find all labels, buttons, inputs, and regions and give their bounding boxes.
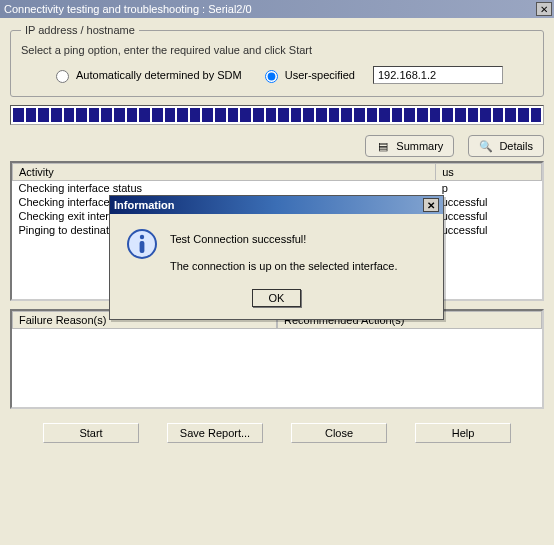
col-activity: Activity	[13, 164, 436, 181]
ip-groupbox: IP address / hostname Select a ping opti…	[10, 24, 544, 97]
cell-status: uccessful	[436, 209, 542, 223]
dialog-ok-button[interactable]: OK	[252, 289, 302, 307]
details-button[interactable]: 🔍 Details	[468, 135, 544, 157]
dialog-titlebar: Information ✕	[110, 196, 443, 214]
window-close-button[interactable]: ✕	[536, 2, 552, 16]
summary-button[interactable]: ▤ Summary	[365, 135, 454, 157]
col-status: us	[436, 164, 542, 181]
dialog-line2: The connection is up on the selected int…	[170, 259, 427, 274]
cell-activity: Checking interface status	[13, 181, 436, 196]
instruction-text: Select a ping option, enter the required…	[21, 44, 533, 56]
cell-status: p	[436, 181, 542, 196]
radio-auto-input[interactable]	[56, 70, 69, 83]
progress-bar	[10, 105, 544, 125]
cell-status: uccessful	[436, 195, 542, 209]
groupbox-legend: IP address / hostname	[21, 24, 139, 36]
details-icon: 🔍	[479, 139, 493, 153]
table-row: Checking interface status p	[13, 181, 542, 196]
info-icon	[126, 228, 158, 260]
svg-point-1	[140, 235, 144, 239]
details-label: Details	[499, 140, 533, 152]
window-titlebar: Connectivity testing and troubleshooting…	[0, 0, 554, 18]
dialog-close-button[interactable]: ✕	[423, 198, 439, 212]
save-report-button[interactable]: Save Report...	[167, 423, 263, 443]
summary-label: Summary	[396, 140, 443, 152]
help-button[interactable]: Help	[415, 423, 511, 443]
radio-auto-label: Automatically determined by SDM	[76, 69, 242, 81]
summary-icon: ▤	[376, 139, 390, 153]
ip-address-input[interactable]	[373, 66, 503, 84]
information-dialog: Information ✕ Test Connection successful…	[109, 195, 444, 320]
view-toolbar: ▤ Summary 🔍 Details	[10, 135, 544, 157]
radio-auto[interactable]: Automatically determined by SDM	[51, 67, 242, 83]
dialog-title: Information	[114, 199, 175, 211]
window-title: Connectivity testing and troubleshooting…	[4, 3, 252, 15]
dialog-line1: Test Connection successful!	[170, 232, 427, 247]
svg-rect-2	[140, 241, 145, 253]
radio-user-input[interactable]	[265, 70, 278, 83]
start-button[interactable]: Start	[43, 423, 139, 443]
close-button[interactable]: Close	[291, 423, 387, 443]
bottom-button-bar: Start Save Report... Close Help	[10, 423, 544, 443]
cell-status: uccessful	[436, 223, 542, 237]
radio-user-label: User-specified	[285, 69, 355, 81]
dialog-text: Test Connection successful! The connecti…	[170, 228, 427, 275]
radio-user[interactable]: User-specified	[260, 67, 355, 83]
recommendation-panel: Failure Reason(s) Recommended Action(s)	[10, 309, 544, 409]
